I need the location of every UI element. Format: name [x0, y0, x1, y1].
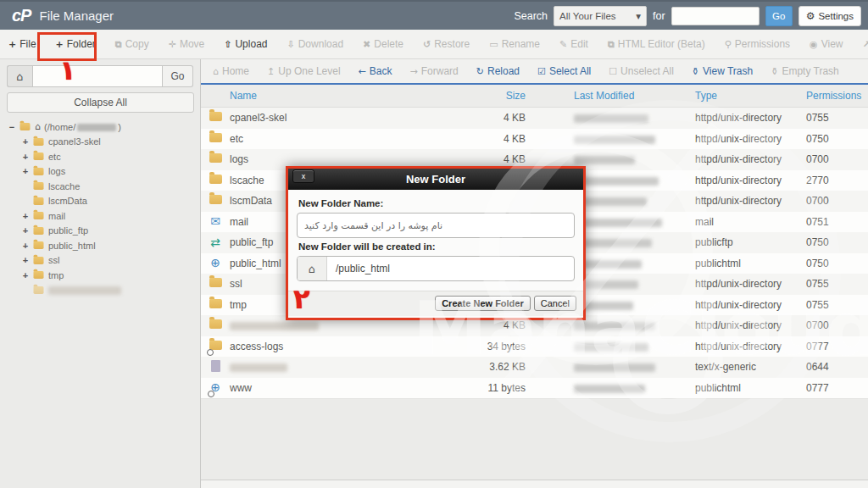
expand-plus-icon[interactable]: + [22, 255, 29, 265]
column-header-last-modified[interactable]: Last Modified [564, 90, 695, 102]
tree-item-ssl[interactable]: + ssl [8, 253, 200, 269]
cancel-button[interactable]: Cancel [534, 296, 576, 311]
sidebar-home-button[interactable]: ⌂ [7, 65, 32, 87]
nav-back-button[interactable]: ← Back [359, 65, 392, 77]
column-header-name[interactable]: Name [230, 90, 451, 102]
delete-icon: ✖ [363, 39, 370, 50]
file-type: httpd/unix-directory [695, 278, 801, 290]
file-last-modified [564, 341, 695, 352]
new-folder-location-label: New Folder will be created in: [298, 241, 575, 252]
navigation-toolbar: ⌂ Home ↥ Up One Level ← Back → Forward ↻… [201, 59, 868, 85]
copy-icon: ⧉ [115, 39, 122, 50]
file-type: publichtml [695, 382, 801, 394]
app-title: File Manager [39, 8, 114, 23]
toolbar-restore-button: ↺ Restore [423, 38, 470, 50]
file-size: 34 bytes [451, 341, 536, 352]
blurred-date [574, 156, 635, 164]
blurred-date [574, 343, 648, 352]
tree-item-lscache[interactable]: lscache [8, 179, 200, 194]
new-folder-location-input[interactable]: ⌂ /public_html [297, 256, 575, 281]
expand-plus-icon[interactable]: + [22, 211, 29, 221]
symlink-icon [207, 349, 214, 356]
column-header-permissions[interactable]: Permissions [801, 90, 868, 102]
file-permissions: 0750 [801, 258, 868, 269]
expand-plus-icon[interactable]: + [22, 166, 29, 176]
tree-item-tmp[interactable]: + tmp [8, 268, 200, 283]
collapse-minus-icon[interactable]: − [8, 122, 15, 132]
toolbar-file-button[interactable]: + File [8, 38, 36, 50]
tree-item-public-ftp[interactable]: + public_ftp [8, 224, 200, 239]
toolbar-copy-button: ⧉ Copy [115, 38, 149, 50]
table-row-www[interactable]: ⊕ www 11 bytes publichtml 0777 [201, 378, 868, 399]
table-header: Name Size Last Modified Type Permissions [201, 85, 868, 108]
file-type: httpd/unix-directory [695, 341, 801, 352]
toolbar-upload-button[interactable]: ⇧ Upload [224, 38, 267, 50]
close-icon[interactable]: x [292, 169, 314, 183]
tree-item-mail[interactable]: + mail [8, 208, 200, 224]
file-permissions: 2770 [801, 175, 868, 186]
dialog-title: New Folder [288, 169, 583, 190]
tree-item-blurred[interactable] [8, 283, 200, 298]
file-manager-window: cP File Manager Search All Your Files ▾ … [0, 0, 868, 488]
file-permissions: 0777 [801, 382, 868, 394]
nav-reload-button[interactable]: ↻ Reload [476, 65, 520, 77]
table-row-etc[interactable]: etc 4 KB httpd/unix-directory 0750 [201, 129, 868, 150]
nav-home-button: ⌂ Home [213, 65, 249, 77]
folder-icon [34, 197, 44, 205]
create-new-folder-button[interactable]: Create New Folder [435, 296, 531, 311]
html-editor-icon: ⧉ [608, 39, 615, 50]
settings-button[interactable]: ⚙ Settings [798, 6, 861, 26]
download-icon: ⇩ [287, 39, 294, 50]
file-type: text/x-generic [695, 361, 801, 373]
tree-root-home[interactable]: − ⌂ (/home/) [8, 119, 200, 135]
move-icon: ✛ [169, 39, 176, 50]
permissions-icon: ⚲ [725, 39, 732, 50]
search-input[interactable] [671, 7, 760, 25]
expand-plus-icon[interactable]: + [22, 270, 29, 280]
folder-icon [209, 299, 222, 308]
settings-label: Settings [818, 11, 854, 21]
expand-plus-icon[interactable]: + [22, 241, 29, 251]
expand-plus-icon[interactable]: + [22, 152, 29, 162]
file-type: httpd/unix-directory [695, 195, 801, 207]
file-size: 11 bytes [451, 382, 536, 394]
plus-icon: + [56, 39, 64, 50]
nav-view-trash-button[interactable]: ⚱ View Trash [692, 65, 753, 77]
file-type: httpd/unix-directory [695, 299, 801, 311]
column-header-size[interactable]: Size [451, 90, 536, 102]
blurred-date [574, 385, 645, 393]
brand: cP File Manager [7, 6, 114, 25]
nav-unselect-all-button: ☐ Unselect All [609, 65, 674, 77]
expand-plus-icon[interactable]: + [22, 225, 29, 236]
toolbar-folder-button[interactable]: + Folder [56, 38, 96, 50]
empty-area [201, 398, 868, 480]
mail-icon: ✉ [210, 214, 220, 228]
file-type: mail [695, 216, 801, 228]
nav-select-all-button[interactable]: ☑ Select All [537, 65, 591, 77]
file-permissions: 0700 [801, 153, 868, 165]
expand-plus-icon[interactable]: + [22, 136, 29, 147]
tree-item-lscmdata[interactable]: lscmData [8, 194, 200, 209]
path-input[interactable] [32, 65, 163, 87]
tree-item-logs[interactable]: + logs [8, 164, 200, 180]
tree-item-cpanel3-skel[interactable]: + cpanel3-skel [8, 135, 200, 150]
table-row-cpanel3-skel[interactable]: cpanel3-skel 4 KB httpd/unix-directory 0… [201, 108, 868, 129]
new-folder-name-input[interactable]: نام پوشه را در این قسمت وارد کنید [297, 213, 575, 238]
tree-item-public-html[interactable]: + public_html [8, 238, 200, 253]
search-scope-select[interactable]: All Your Files ▾ [554, 6, 647, 26]
tree-item-etc[interactable]: + etc [8, 149, 200, 164]
search-go-button[interactable]: Go [765, 6, 793, 26]
file-last-modified [564, 361, 695, 373]
path-go-button[interactable]: Go [163, 65, 193, 87]
table-row-access-logs[interactable]: access-logs 34 bytes httpd/unix-director… [201, 336, 868, 358]
file-icon [211, 360, 220, 372]
location-value: /public_html [327, 263, 390, 274]
file-name: logs [230, 153, 451, 165]
collapse-all-button[interactable]: Collapse All [7, 92, 194, 113]
file-size: 4 KB [451, 133, 536, 145]
column-header-type[interactable]: Type [695, 90, 801, 102]
blurred-folder-name [48, 286, 121, 295]
toolbar-view-button: ◉ View [810, 38, 843, 50]
table-row-blurred[interactable]: 3.62 KB text/x-generic 0644 [201, 357, 868, 378]
file-size: 4 KB [451, 153, 536, 165]
